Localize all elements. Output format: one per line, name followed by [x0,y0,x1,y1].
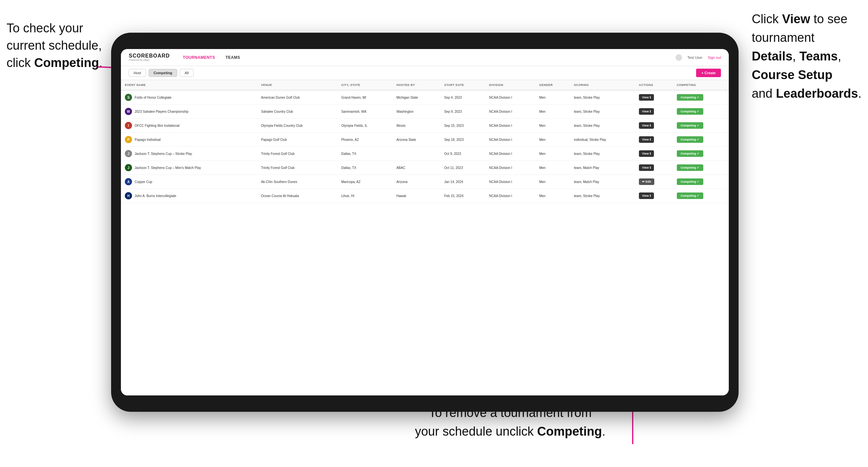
scoring-cell: team, Stroke Play [570,147,635,161]
start-date-cell: Sep 18, 2023 [440,133,485,147]
view-button[interactable]: View ℹ [639,108,654,115]
gender-cell: Men [535,161,570,175]
gender-cell: Men [535,104,570,119]
start-date-cell: Jan 14, 2024 [440,175,485,189]
edit-button[interactable]: ✏ Edit [639,179,655,185]
filter-competing-button[interactable]: Competing [149,69,177,77]
main-nav: TOURNAMENTS TEAMS [183,55,240,60]
competing-button[interactable]: Competing ✓ [677,150,704,157]
view-button[interactable]: View ℹ [639,136,654,143]
table-row: J Jackson T. Stephens Cup – Men's Match … [121,161,729,175]
division-cell: NCAA Division I [485,119,535,133]
filter-all-button[interactable]: All [180,69,193,77]
user-name: Test User [687,56,702,60]
col-city: CITY, STATE [337,80,393,90]
competing-button[interactable]: Competing ✓ [677,136,704,143]
city-cell: Maricopa, AZ [337,175,393,189]
team-logo: S [125,94,132,101]
city-cell: Lihue, HI [337,189,393,203]
sign-out-link[interactable]: Sign out [708,56,721,60]
venue-cell: American Dunes Golf Club [257,90,337,104]
division-cell: NCAA Division I [485,147,535,161]
division-cell: NCAA Division I [485,161,535,175]
col-division: DIVISION [485,80,535,90]
city-cell: Phoenix, AZ [337,133,393,147]
event-name-cell: J Jackson T. Stephens Cup – Men's Match … [121,161,257,175]
competing-button[interactable]: Competing ✓ [677,179,704,185]
hosted-by-cell: Arizona State [393,133,440,147]
hosted-by-cell: Hawaii [393,189,440,203]
city-cell: Sammamish, WA [337,104,393,119]
view-button[interactable]: View ℹ [639,164,654,171]
city-cell: Grand Haven, MI [337,90,393,104]
create-button[interactable]: + Create [696,69,721,77]
venue-cell: Ocean Course At Hokuala [257,189,337,203]
view-button[interactable]: View ℹ [639,150,654,157]
actions-cell: View ℹ [635,119,673,133]
col-actions: ACTIONS [635,80,673,90]
competing-button[interactable]: Competing ✓ [677,192,704,199]
competing-cell: Competing ✓ [673,189,729,203]
start-date-cell: Feb 15, 2024 [440,189,485,203]
event-name: John A. Burns Intercollegiate [135,194,176,198]
table-row: I OFCC Fighting Illini Invitational Olym… [121,119,729,133]
col-venue: VENUE [257,80,337,90]
start-date-cell: Oct 11, 2023 [440,161,485,175]
event-name-cell: J Jackson T. Stephens Cup – Stroke Play [121,147,257,161]
view-button[interactable]: View ℹ [639,122,654,129]
actions-cell: View ℹ [635,161,673,175]
team-logo: P [125,136,132,143]
competing-button[interactable]: Competing ✓ [677,108,704,115]
competing-button[interactable]: Competing ✓ [677,122,704,129]
table-row: S Folds of Honor Collegiate American Dun… [121,90,729,104]
team-logo: H [125,192,132,199]
scoring-cell: individual, Stroke Play [570,133,635,147]
team-logo: W [125,108,132,115]
event-name-cell: W 2023 Sahalee Players Championship [121,104,257,119]
view-button[interactable]: View ℹ [639,192,654,199]
table-header-row: EVENT NAME VENUE CITY, STATE HOSTED BY S… [121,80,729,90]
nav-teams[interactable]: TEAMS [225,55,240,60]
actions-cell: View ℹ [635,90,673,104]
table-row: A Copper Cup Ak-Chin Southern Dunes Mari… [121,175,729,189]
city-cell: Dallas, TX [337,161,393,175]
venue-cell: Trinity Forest Golf Club [257,147,337,161]
actions-cell: ✏ Edit [635,175,673,189]
header-right: Test User Sign out [676,54,721,61]
venue-cell: Olympia Fields Country Club [257,119,337,133]
hosted-by-cell: Washington [393,104,440,119]
col-competing: COMPETING [673,80,729,90]
gender-cell: Men [535,133,570,147]
col-hosted: HOSTED BY [393,80,440,90]
scoring-cell: team, Match Play [570,175,635,189]
event-name-cell: H John A. Burns Intercollegiate [121,189,257,203]
competing-cell: Competing ✓ [673,161,729,175]
hosted-by-cell: ABAC [393,161,440,175]
division-cell: NCAA Division I [485,133,535,147]
hosted-by-cell [393,147,440,161]
competing-cell: Competing ✓ [673,133,729,147]
event-name: Copper Cup [135,180,152,184]
event-name: Jackson T. Stephens Cup – Men's Match Pl… [135,166,201,169]
filter-host-button[interactable]: Host [129,69,146,77]
division-cell: NCAA Division I [485,90,535,104]
event-name: OFCC Fighting Illini Invitational [135,124,179,127]
table-row: P Papago Individual Papago Golf Club Pho… [121,133,729,147]
brand-subtitle: Powered by clippi [129,59,170,62]
competing-button[interactable]: Competing ✓ [677,94,704,101]
scoring-cell: team, Stroke Play [570,90,635,104]
event-name: 2023 Sahalee Players Championship [135,110,189,114]
event-name: Papago Individual [135,138,161,142]
venue-cell: Sahalee Country Club [257,104,337,119]
view-button[interactable]: View ℹ [639,94,654,101]
col-gender: GENDER [535,80,570,90]
gender-cell: Men [535,90,570,104]
team-logo: A [125,178,132,185]
event-name: Jackson T. Stephens Cup – Stroke Play [135,152,192,156]
event-name-cell: A Copper Cup [121,175,257,189]
start-date-cell: Sep 9, 2023 [440,104,485,119]
competing-cell: Competing ✓ [673,90,729,104]
competing-button[interactable]: Competing ✓ [677,164,704,171]
actions-cell: View ℹ [635,133,673,147]
nav-tournaments[interactable]: TOURNAMENTS [183,55,215,60]
